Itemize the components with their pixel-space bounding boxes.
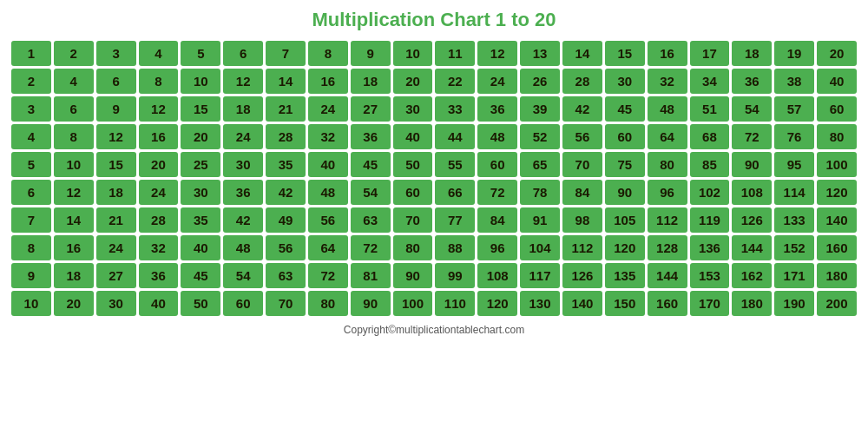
table-cell: 32 (308, 124, 348, 149)
table-cell: 35 (181, 207, 220, 233)
table-cell: 65 (520, 152, 560, 177)
table-cell: 48 (308, 180, 348, 205)
table-cell: 144 (648, 263, 687, 288)
table-cell: 60 (605, 124, 645, 149)
table-cell: 63 (266, 263, 306, 288)
table-cell: 12 (96, 124, 136, 149)
table-cell: 54 (223, 263, 263, 288)
table-cell: 120 (477, 291, 517, 316)
table-cell: 60 (817, 96, 857, 122)
table-cell: 32 (648, 69, 687, 94)
table-cell: 32 (139, 235, 179, 260)
table-cell: 30 (605, 69, 645, 94)
table-cell: 90 (393, 263, 433, 288)
table-cell: 96 (477, 235, 517, 260)
table-cell: 56 (266, 235, 306, 260)
table-row: 1020304050607080901001101201301401501601… (11, 291, 857, 316)
table-cell: 102 (690, 180, 730, 205)
table-cell: 4 (11, 124, 51, 149)
table-cell: 30 (96, 291, 136, 316)
table-cell: 14 (54, 207, 94, 233)
table-cell: 171 (774, 263, 814, 288)
table-cell: 84 (562, 180, 602, 205)
table-cell: 128 (648, 235, 687, 260)
table-cell: 12 (477, 41, 517, 66)
table-cell: 119 (690, 207, 730, 233)
table-cell: 24 (96, 235, 136, 260)
table-cell: 36 (139, 263, 179, 288)
table-row: 8162432404856647280889610411212012813614… (11, 235, 857, 260)
table-cell: 135 (605, 263, 645, 288)
table-cell: 152 (774, 235, 814, 260)
table-cell: 26 (520, 69, 560, 94)
table-cell: 12 (54, 180, 94, 205)
table-row: 7142128354249566370778491981051121191261… (11, 207, 857, 233)
table-cell: 78 (520, 180, 560, 205)
page-title: Multiplication Chart 1 to 20 (312, 9, 556, 31)
table-cell: 117 (520, 263, 560, 288)
table-cell: 45 (351, 152, 391, 177)
table-cell: 36 (732, 69, 772, 94)
table-cell: 18 (96, 180, 136, 205)
table-cell: 8 (54, 124, 94, 149)
table-row: 9182736455463728190991081171261351441531… (11, 263, 857, 288)
table-cell: 24 (308, 96, 348, 122)
table-cell: 40 (181, 235, 220, 260)
table-row: 3691215182124273033363942454851545760 (11, 96, 857, 122)
table-cell: 60 (477, 152, 517, 177)
table-cell: 84 (477, 207, 517, 233)
table-cell: 56 (562, 124, 602, 149)
table-cell: 36 (223, 180, 263, 205)
copyright-text: Copyright©multiplicationtablechart.com (344, 324, 524, 336)
table-cell: 133 (774, 207, 814, 233)
table-cell: 24 (223, 124, 263, 149)
table-cell: 48 (223, 235, 263, 260)
table-cell: 70 (562, 152, 602, 177)
table-cell: 2 (54, 41, 94, 66)
table-cell: 64 (648, 124, 687, 149)
table-cell: 72 (732, 124, 772, 149)
table-cell: 80 (817, 124, 857, 149)
table-cell: 51 (690, 96, 730, 122)
table-cell: 4 (139, 41, 179, 66)
table-cell: 170 (690, 291, 730, 316)
table-cell: 80 (648, 152, 687, 177)
table-cell: 68 (690, 124, 730, 149)
table-cell: 180 (817, 263, 857, 288)
table-cell: 72 (477, 180, 517, 205)
table-cell: 24 (139, 180, 179, 205)
table-cell: 7 (266, 41, 306, 66)
table-cell: 96 (648, 180, 687, 205)
table-cell: 9 (351, 41, 391, 66)
table-cell: 16 (54, 235, 94, 260)
table-cell: 40 (139, 291, 179, 316)
table-cell: 6 (223, 41, 263, 66)
table-cell: 18 (732, 41, 772, 66)
table-cell: 28 (266, 124, 306, 149)
table-cell: 8 (139, 69, 179, 94)
table-cell: 50 (181, 291, 220, 316)
table-cell: 4 (54, 69, 94, 94)
table-cell: 2 (11, 69, 51, 94)
table-cell: 85 (690, 152, 730, 177)
table-cell: 126 (732, 207, 772, 233)
table-cell: 162 (732, 263, 772, 288)
table-row: 5101520253035404550556065707580859095100 (11, 152, 857, 177)
table-cell: 1 (11, 41, 51, 66)
table-cell: 9 (96, 96, 136, 122)
table-cell: 6 (54, 96, 94, 122)
table-cell: 15 (605, 41, 645, 66)
table-cell: 20 (139, 152, 179, 177)
table-cell: 40 (393, 124, 433, 149)
table-cell: 21 (266, 96, 306, 122)
table-cell: 72 (351, 235, 391, 260)
table-cell: 10 (11, 291, 51, 316)
table-cell: 52 (520, 124, 560, 149)
table-cell: 63 (351, 207, 391, 233)
table-cell: 80 (308, 291, 348, 316)
table-cell: 90 (732, 152, 772, 177)
table-cell: 55 (435, 152, 475, 177)
table-cell: 38 (774, 69, 814, 94)
table-cell: 120 (605, 235, 645, 260)
table-cell: 76 (774, 124, 814, 149)
